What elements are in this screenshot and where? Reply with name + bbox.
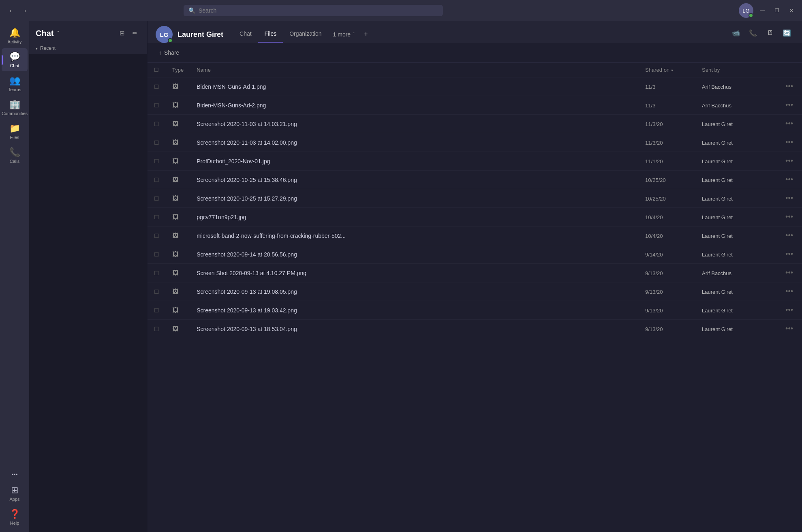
sidebar-item-apps[interactable]: ⊞ Apps [2,482,28,505]
share-label: Share [164,49,179,56]
row-checkbox[interactable]: ☐ [148,208,166,226]
row-more-button[interactable]: ••• [783,249,796,259]
row-more-button[interactable]: ••• [783,175,796,185]
row-checkbox[interactable]: ☐ [148,115,166,133]
row-more-button[interactable]: ••• [783,100,796,110]
user-avatar[interactable]: LG [739,3,753,18]
tab-chat[interactable]: Chat [233,26,258,43]
file-image-icon: 🖼 [172,251,179,258]
share-icon: ↑ [159,49,162,56]
row-more-button[interactable]: ••• [783,193,796,203]
sidebar-item-activity[interactable]: 🔔 Activity [2,24,28,47]
row-type: 🖼 [166,226,190,245]
filter-button[interactable]: ⊞ [116,28,128,39]
table-row[interactable]: ☐ 🖼 Screenshot 2020-11-03 at 14.03.21.pn… [148,115,802,133]
row-checkbox[interactable]: ☐ [148,245,166,264]
audio-call-button[interactable]: 📞 [746,26,760,40]
title-bar: ‹ › 🔍 LG — ❐ ✕ [0,0,802,21]
row-more-button[interactable]: ••• [783,81,796,92]
close-button[interactable]: ✕ [786,5,797,16]
recent-chevron-icon[interactable]: ▾ [36,46,38,51]
tab-more-label: 1 more [333,31,351,38]
table-row[interactable]: ☐ 🖼 Screenshot 2020-09-14 at 20.56.56.pn… [148,245,802,264]
file-image-icon: 🖼 [172,214,179,220]
sidebar-item-chat-label: Chat [10,63,19,68]
file-name-text: Screenshot 2020-11-03 at 14.03.21.png [197,121,297,127]
sidebar-item-teams[interactable]: 👥 Teams [2,72,28,95]
row-name: Screen Shot 2020-09-13 at 4.10.27 PM.png [190,264,639,282]
tab-add-button[interactable]: + [360,26,372,43]
row-checkbox[interactable]: ☐ [148,77,166,96]
row-more-button[interactable]: ••• [783,305,796,315]
tab-more[interactable]: 1 more ˅ [328,27,360,43]
chat-chevron-icon[interactable]: ˅ [57,30,60,36]
row-name: ProfDuthoit_2020-Nov-01.jpg [190,152,639,171]
file-name-text: pgcv771nn9p21.jpg [197,214,246,220]
video-call-button[interactable]: 📹 [729,26,743,40]
sidebar-item-more[interactable]: ••• [2,468,28,481]
table-row[interactable]: ☐ 🖼 Screenshot 2020-10-25 at 15.27.29.pn… [148,189,802,208]
row-checkbox[interactable]: ☐ [148,264,166,282]
sidebar-item-calls[interactable]: 📞 Calls [2,144,28,167]
row-checkbox[interactable]: ☐ [148,96,166,115]
row-more-button[interactable]: ••• [783,268,796,278]
row-checkbox[interactable]: ☐ [148,282,166,301]
table-header-shared-on[interactable]: Shared on ▾ [639,63,695,77]
row-date: 9/14/20 [639,245,695,264]
table-row[interactable]: ☐ 🖼 Screen Shot 2020-09-13 at 4.10.27 PM… [148,264,802,282]
table-row[interactable]: ☐ 🖼 Screenshot 2020-11-03 at 14.02.00.pn… [148,133,802,152]
row-more-button[interactable]: ••• [783,324,796,334]
maximize-button[interactable]: ❐ [771,5,783,16]
table-row[interactable]: ☐ 🖼 microsoft-band-2-now-suffering-from-… [148,226,802,245]
row-sender: Arif Bacchus [695,96,776,115]
row-more-button[interactable]: ••• [783,286,796,297]
presence-badge [749,13,753,18]
row-more-button[interactable]: ••• [783,137,796,147]
row-sender: Arif Bacchus [695,264,776,282]
file-sender-text: Laurent Giret [702,121,733,127]
table-row[interactable]: ☐ 🖼 Biden-MSN-Guns-Ad-1.png 11/3 Arif Ba… [148,77,802,96]
row-checkbox[interactable]: ☐ [148,152,166,171]
row-more-button[interactable]: ••• [783,119,796,129]
row-type: 🖼 [166,264,190,282]
sidebar-item-communities[interactable]: 🏢 Communities [2,96,28,119]
row-type: 🖼 [166,301,190,320]
share-screen-button[interactable]: 🖥 [763,26,777,40]
table-row[interactable]: ☐ 🖼 Screenshot 2020-09-13 at 19.08.05.pn… [148,282,802,301]
row-checkbox[interactable]: ☐ [148,189,166,208]
row-checkbox[interactable]: ☐ [148,171,166,189]
row-more-button[interactable]: ••• [783,231,796,241]
table-row[interactable]: ☐ 🖼 pgcv771nn9p21.jpg 10/4/20 Laurent Gi… [148,208,802,226]
table-row[interactable]: ☐ 🖼 Screenshot 2020-10-25 at 15.38.46.pn… [148,171,802,189]
row-checkbox[interactable]: ☐ [148,226,166,245]
sidebar-item-files[interactable]: 📁 Files [2,120,28,143]
minimize-button[interactable]: — [757,5,768,16]
nav-forward-button[interactable]: › [19,5,31,16]
sidebar-item-chat[interactable]: 💬 Chat [2,48,28,71]
table-row[interactable]: ☐ 🖼 Biden-MSN-Guns-Ad-2.png 11/3 Arif Ba… [148,96,802,115]
refresh-button[interactable]: 🔄 [780,26,794,40]
row-checkbox[interactable]: ☐ [148,301,166,320]
row-more-button[interactable]: ••• [783,212,796,222]
search-input[interactable] [199,7,438,14]
table-row[interactable]: ☐ 🖼 Screenshot 2020-09-13 at 18.53.04.pn… [148,320,802,338]
new-chat-button[interactable]: ✏ [129,28,141,39]
nav-back-button[interactable]: ‹ [5,5,16,16]
tab-organization[interactable]: Organization [283,26,328,43]
share-button[interactable]: ↑ Share [156,48,182,58]
row-type: 🖼 [166,115,190,133]
sidebar-item-teams-label: Teams [8,87,21,92]
tab-files[interactable]: Files [258,26,283,43]
table-row[interactable]: ☐ 🖼 ProfDuthoit_2020-Nov-01.jpg 11/1/20 … [148,152,802,171]
row-more-button[interactable]: ••• [783,156,796,166]
table-header-name: Name [190,63,639,77]
row-type: 🖼 [166,320,190,338]
table-row[interactable]: ☐ 🖼 Screenshot 2020-09-13 at 19.03.42.pn… [148,301,802,320]
sidebar-item-help[interactable]: ❓ Help [2,506,28,529]
table-header-checkbox[interactable]: ☐ [148,63,166,77]
row-checkbox[interactable]: ☐ [148,320,166,338]
file-name-text: Screenshot 2020-11-03 at 14.02.00.png [197,139,297,146]
row-type: 🖼 [166,245,190,264]
files-icon: 📁 [9,123,20,134]
row-checkbox[interactable]: ☐ [148,133,166,152]
